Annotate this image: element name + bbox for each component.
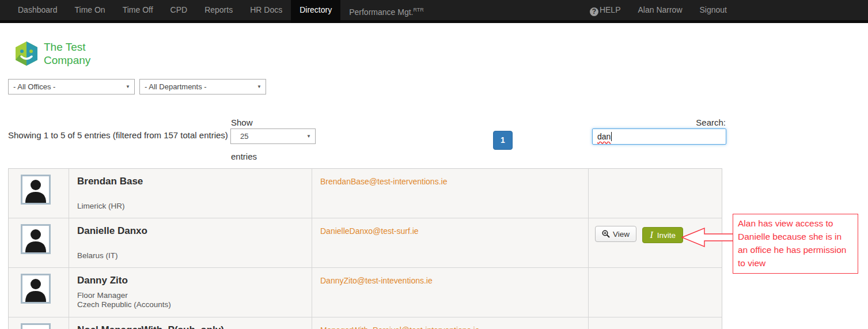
page-size-select[interactable]: 25 [230, 128, 316, 144]
email-cell: ManagerWith_Percival@test-interventions.… [312, 317, 589, 329]
zoom-magnifier-icon [602, 230, 610, 238]
avatar [21, 175, 51, 205]
company-logo-text: The Test Company [44, 40, 90, 67]
email-cell: BrendanBase@test-interventions.ie [312, 169, 589, 218]
view-button-label: View [613, 230, 630, 239]
employee-location: Limerick (HR) [77, 202, 312, 210]
annotation-text: Alan has view access to Danielle because… [738, 218, 846, 268]
search-label: Search: [592, 118, 726, 127]
table-row-danny-zito: Danny Zito Floor Manager Czech Republic … [9, 268, 722, 317]
employee-job-title: Floor Manager [77, 291, 312, 300]
name-cell: Danny Zito Floor Manager Czech Republic … [69, 268, 312, 317]
search-input[interactable]: dan [592, 128, 726, 145]
avatar-cell [9, 268, 69, 317]
invite-button-label: Invite [657, 231, 676, 240]
rtr-superscript: RTR [413, 7, 423, 13]
text-cursor [611, 132, 612, 141]
nav-item-time-on[interactable]: Time On [66, 0, 114, 20]
name-cell: Brendan Base Limerick (HR) [69, 169, 312, 218]
search-input-value: dan [597, 132, 611, 141]
avatar [21, 274, 51, 304]
nav-menu: Dashboard Time On Time Off CPD Reports H… [9, 0, 433, 23]
name-cell: Noel ManagerWith_P(sub_only) [69, 317, 312, 329]
actions-cell [589, 268, 722, 317]
nav-user-menu: ?HELP Alan Narrow Signout [581, 0, 736, 20]
table-row-danielle-danxo: Danielle Danxo Belarus (IT) DanielleDanx… [9, 218, 722, 268]
email-cell: DannyZito@test-inteventions.ie [312, 268, 589, 317]
page-size-select-wrap: 25 ▼ [230, 128, 316, 144]
show-label: Show [231, 118, 253, 127]
invite-button[interactable]: I Invite [642, 227, 683, 243]
departments-select[interactable]: - All Departments - [139, 79, 266, 94]
employee-name: Brendan Base [77, 176, 312, 187]
avatar [21, 323, 51, 329]
help-question-icon: ? [590, 7, 598, 16]
view-button[interactable]: View [595, 226, 636, 242]
logo-line2: Company [44, 54, 90, 67]
employee-location: Belarus (IT) [77, 251, 312, 260]
avatar-cell [9, 169, 69, 218]
person-silhouette-icon [22, 275, 49, 302]
employee-location: Czech Republic (Accounts) [77, 300, 312, 309]
employee-name: Danielle Danxo [77, 225, 312, 237]
nav-item-dashboard[interactable]: Dashboard [9, 0, 66, 20]
invite-icon: I [650, 230, 653, 240]
avatar-cell [9, 218, 69, 267]
avatar-cell [9, 317, 69, 329]
avatar [21, 224, 51, 254]
directory-table: Brendan Base Limerick (HR) BrendanBase@t… [8, 168, 722, 329]
nav-item-cpd[interactable]: CPD [162, 0, 196, 20]
table-row-noel-managerwith: Noel ManagerWith_P(sub_only) ManagerWith… [9, 317, 722, 329]
employee-email-link[interactable]: DannyZito@test-inteventions.ie [320, 276, 433, 285]
nav-item-performance-mgt[interactable]: Performance Mgt.RTR [340, 0, 433, 20]
annotation-arrow-icon [681, 227, 734, 248]
employee-email-link[interactable]: ManagerWith_Percival@test-interventions.… [320, 326, 479, 329]
company-logo: The Test Company [15, 40, 90, 67]
employee-email-link[interactable]: BrendanBase@test-interventions.ie [320, 177, 447, 186]
nav-item-hr-docs[interactable]: HR Docs [241, 0, 291, 20]
offices-select-wrap: - All Offices - ▼ [8, 79, 135, 94]
logo-line1: The Test [44, 40, 90, 54]
help-label: HELP [600, 5, 621, 14]
person-silhouette-icon [22, 176, 49, 203]
employee-name: Noel ManagerWith_P(sub_only) [77, 324, 312, 329]
name-cell: Danielle Danxo Belarus (IT) [69, 218, 312, 267]
employee-name: Danny Zito [77, 275, 312, 286]
actions-cell [589, 169, 722, 218]
top-navbar: Dashboard Time On Time Off CPD Reports H… [0, 0, 868, 23]
pagination-page-1-button[interactable]: 1 [493, 131, 513, 150]
nav-item-user-name[interactable]: Alan Narrow [629, 0, 691, 20]
entries-info-text: Showing 1 to 5 of 5 entries (filtered fr… [8, 130, 228, 140]
entries-label: entries [231, 152, 257, 161]
employee-email-link[interactable]: DanielleDanxo@test-surf.ie [320, 226, 419, 236]
actions-cell [589, 317, 722, 329]
nav-item-help[interactable]: ?HELP [581, 0, 630, 20]
departments-select-wrap: - All Departments - ▼ [139, 79, 266, 94]
nav-item-label: Performance Mgt. [349, 7, 413, 17]
nav-item-time-off[interactable]: Time Off [114, 0, 162, 20]
nav-item-signout[interactable]: Signout [691, 0, 736, 20]
filter-bar: - All Offices - ▼ - All Departments - ▼ [8, 79, 271, 94]
email-cell: DanielleDanxo@test-surf.ie [312, 218, 589, 267]
company-logo-icon [15, 41, 38, 66]
table-row-brendan-base: Brendan Base Limerick (HR) BrendanBase@t… [9, 169, 722, 218]
nav-item-directory[interactable]: Directory [291, 0, 340, 23]
person-silhouette-icon [22, 226, 49, 252]
offices-select[interactable]: - All Offices - [8, 79, 135, 94]
nav-item-reports[interactable]: Reports [196, 0, 241, 20]
annotation-callout: Alan has view access to Danielle because… [733, 214, 858, 274]
